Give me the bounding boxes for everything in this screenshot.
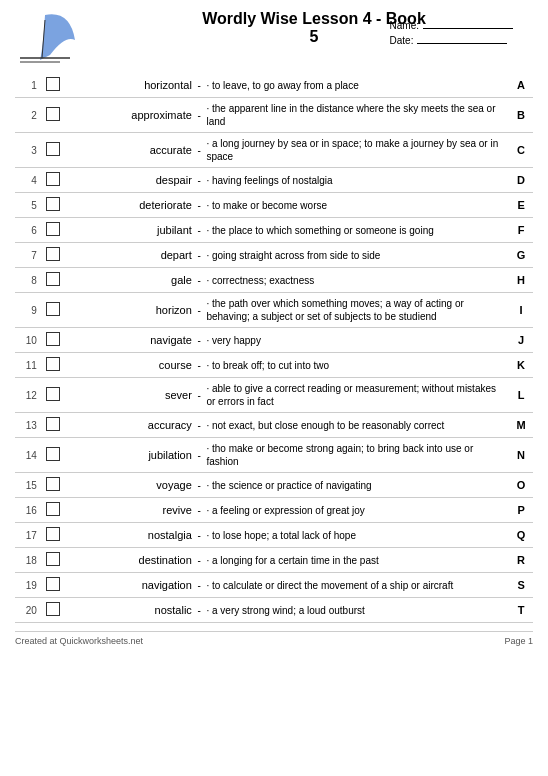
separator-dash: - xyxy=(194,218,205,243)
separator-dash: - xyxy=(194,353,205,378)
answer-letter: Q xyxy=(509,523,533,548)
footer-left: Created at Quickworksheets.net xyxy=(15,636,143,646)
separator-dash: - xyxy=(194,598,205,623)
separator-dash: - xyxy=(194,73,205,98)
answer-checkbox[interactable] xyxy=(46,77,60,91)
checkbox-cell[interactable] xyxy=(39,193,68,218)
vocabulary-word: nostalgia xyxy=(68,523,194,548)
answer-checkbox[interactable] xyxy=(46,417,60,431)
row-number: 7 xyxy=(15,243,39,268)
answer-letter: J xyxy=(509,328,533,353)
answer-checkbox[interactable] xyxy=(46,602,60,616)
date-label: Date: xyxy=(390,35,414,46)
vocabulary-word: jubilation xyxy=(68,438,194,473)
footer: Created at Quickworksheets.net Page 1 xyxy=(15,631,533,646)
definition-text: · the apparent line in the distance wher… xyxy=(204,98,509,133)
definition-text: · to calculate or direct the movement of… xyxy=(204,573,509,598)
row-number: 14 xyxy=(15,438,39,473)
answer-checkbox[interactable] xyxy=(46,222,60,236)
answer-letter: I xyxy=(509,293,533,328)
answer-letter: M xyxy=(509,413,533,438)
table-row: 11 course - · to break off; to cut into … xyxy=(15,353,533,378)
separator-dash: - xyxy=(194,328,205,353)
definition-text: · able to give a correct reading or meas… xyxy=(204,378,509,413)
answer-checkbox[interactable] xyxy=(46,527,60,541)
table-row: 2 approximate - · the apparent line in t… xyxy=(15,98,533,133)
separator-dash: - xyxy=(194,438,205,473)
vocabulary-word: horizontal xyxy=(68,73,194,98)
answer-checkbox[interactable] xyxy=(46,197,60,211)
vocabulary-word: despair xyxy=(68,168,194,193)
checkbox-cell[interactable] xyxy=(39,573,68,598)
checkbox-cell[interactable] xyxy=(39,328,68,353)
checkbox-cell[interactable] xyxy=(39,293,68,328)
checkbox-cell[interactable] xyxy=(39,473,68,498)
vocabulary-word: nostalic xyxy=(68,598,194,623)
answer-checkbox[interactable] xyxy=(46,477,60,491)
checkbox-cell[interactable] xyxy=(39,73,68,98)
definition-text: · a very strong wind; a loud outburst xyxy=(204,598,509,623)
checkbox-cell[interactable] xyxy=(39,243,68,268)
vocabulary-word: course xyxy=(68,353,194,378)
answer-checkbox[interactable] xyxy=(46,447,60,461)
table-row: 9 horizon - · the path over which someth… xyxy=(15,293,533,328)
checkbox-cell[interactable] xyxy=(39,548,68,573)
table-row: 13 accuracy - · not exact, but close eno… xyxy=(15,413,533,438)
checkbox-cell[interactable] xyxy=(39,268,68,293)
answer-checkbox[interactable] xyxy=(46,552,60,566)
answer-letter: C xyxy=(509,133,533,168)
separator-dash: - xyxy=(194,378,205,413)
separator-dash: - xyxy=(194,268,205,293)
answer-letter: R xyxy=(509,548,533,573)
checkbox-cell[interactable] xyxy=(39,218,68,243)
vocabulary-word: destination xyxy=(68,548,194,573)
answer-letter: O xyxy=(509,473,533,498)
checkbox-cell[interactable] xyxy=(39,98,68,133)
checkbox-cell[interactable] xyxy=(39,438,68,473)
separator-dash: - xyxy=(194,168,205,193)
checkbox-cell[interactable] xyxy=(39,598,68,623)
separator-dash: - xyxy=(194,523,205,548)
table-row: 12 sever - · able to give a correct read… xyxy=(15,378,533,413)
row-number: 20 xyxy=(15,598,39,623)
answer-checkbox[interactable] xyxy=(46,272,60,286)
answer-letter: G xyxy=(509,243,533,268)
answer-letter: B xyxy=(509,98,533,133)
answer-letter: F xyxy=(509,218,533,243)
checkbox-cell[interactable] xyxy=(39,413,68,438)
row-number: 3 xyxy=(15,133,39,168)
vocabulary-word: navigation xyxy=(68,573,194,598)
row-number: 10 xyxy=(15,328,39,353)
answer-letter: N xyxy=(509,438,533,473)
answer-checkbox[interactable] xyxy=(46,107,60,121)
answer-checkbox[interactable] xyxy=(46,357,60,371)
checkbox-cell[interactable] xyxy=(39,133,68,168)
vocabulary-word: depart xyxy=(68,243,194,268)
definition-text: · to leave, to go away from a place xyxy=(204,73,509,98)
answer-checkbox[interactable] xyxy=(46,302,60,316)
table-row: 15 voyage - · the science or practice of… xyxy=(15,473,533,498)
checkbox-cell[interactable] xyxy=(39,523,68,548)
row-number: 13 xyxy=(15,413,39,438)
vocabulary-word: accurate xyxy=(68,133,194,168)
answer-checkbox[interactable] xyxy=(46,247,60,261)
definition-text: · correctness; exactness xyxy=(204,268,509,293)
row-number: 9 xyxy=(15,293,39,328)
definition-text: · a feeling or expression of great joy xyxy=(204,498,509,523)
row-number: 19 xyxy=(15,573,39,598)
answer-checkbox[interactable] xyxy=(46,577,60,591)
checkbox-cell[interactable] xyxy=(39,353,68,378)
checkbox-cell[interactable] xyxy=(39,168,68,193)
vocabulary-word: navigate xyxy=(68,328,194,353)
answer-checkbox[interactable] xyxy=(46,332,60,346)
answer-checkbox[interactable] xyxy=(46,172,60,186)
table-row: 5 deteriorate - · to make or become wors… xyxy=(15,193,533,218)
checkbox-cell[interactable] xyxy=(39,498,68,523)
answer-checkbox[interactable] xyxy=(46,502,60,516)
checkbox-cell[interactable] xyxy=(39,378,68,413)
definition-text: · the place to which something or someon… xyxy=(204,218,509,243)
answer-checkbox[interactable] xyxy=(46,387,60,401)
answer-letter: S xyxy=(509,573,533,598)
answer-checkbox[interactable] xyxy=(46,142,60,156)
definition-text: · very happy xyxy=(204,328,509,353)
